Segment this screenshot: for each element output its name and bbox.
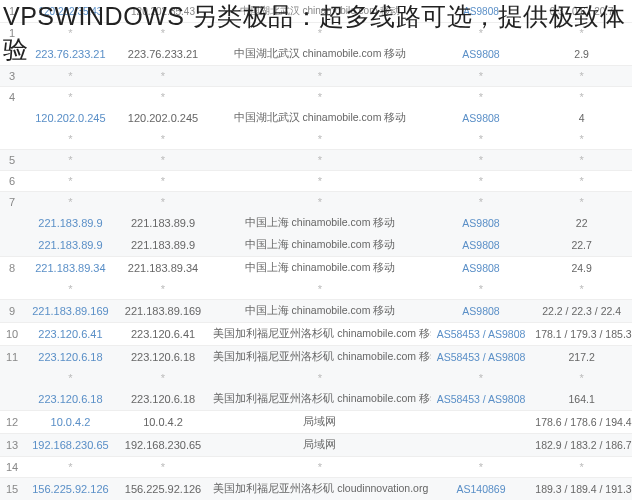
ip-secondary: 221.183.89.9 bbox=[117, 212, 210, 234]
ip-secondary: * bbox=[117, 150, 210, 171]
ip-primary[interactable]: 221.183.89.169 bbox=[24, 300, 117, 323]
location: 中国上海 chinamobile.com 移动 bbox=[209, 234, 430, 257]
ip-primary[interactable]: 221.183.89.9 bbox=[24, 212, 117, 234]
traceroute-table: 1120.202.35.43120.202.35.43中国湖北武汉 chinam… bbox=[0, 0, 632, 500]
ip-secondary: 120.202.0.245 bbox=[117, 107, 210, 129]
latency: 24.9 bbox=[531, 257, 632, 280]
table-row: 8221.183.89.34221.183.89.34中国上海 chinamob… bbox=[0, 257, 632, 280]
hop-index: 7 bbox=[0, 192, 24, 213]
hop-index: 6 bbox=[0, 171, 24, 192]
location: * bbox=[209, 129, 430, 150]
ip-secondary: 156.225.92.126 bbox=[117, 478, 210, 501]
table-row: 10223.120.6.41223.120.6.41美国加利福尼亚州洛杉矶 ch… bbox=[0, 323, 632, 346]
table-row: 120.202.0.245120.202.0.245中国湖北武汉 chinamo… bbox=[0, 107, 632, 129]
hop-index: 10 bbox=[0, 323, 24, 346]
hop-index: 11 bbox=[0, 346, 24, 369]
latency: 22.2 / 22.3 / 22.4 bbox=[531, 300, 632, 323]
ip-primary: * bbox=[24, 279, 117, 300]
ip-primary[interactable]: 221.183.89.9 bbox=[24, 234, 117, 257]
ip-primary[interactable]: 192.168.230.65 bbox=[24, 434, 117, 457]
asn[interactable]: AS9808 bbox=[431, 212, 532, 234]
location: 局域网 bbox=[209, 434, 430, 457]
ip-secondary: 223.120.6.18 bbox=[117, 388, 210, 411]
table-row: 13192.168.230.65192.168.230.65局域网182.9 /… bbox=[0, 434, 632, 457]
asn[interactable]: AS9808 bbox=[431, 234, 532, 257]
latency: * bbox=[531, 457, 632, 478]
table-row: 11223.120.6.18223.120.6.18美国加利福尼亚州洛杉矶 ch… bbox=[0, 346, 632, 369]
hop-index: 3 bbox=[0, 66, 24, 87]
ip-primary[interactable]: 223.120.6.41 bbox=[24, 323, 117, 346]
asn[interactable]: AS140869 bbox=[431, 478, 532, 501]
location: 中国上海 chinamobile.com 移动 bbox=[209, 212, 430, 234]
ip-secondary: 221.183.89.34 bbox=[117, 257, 210, 280]
location: 美国加利福尼亚州洛杉矶 chinamobile.com 移动 bbox=[209, 323, 430, 346]
table-row: 1210.0.4.210.0.4.2局域网178.6 / 178.6 / 194… bbox=[0, 411, 632, 434]
table-row: 15156.225.92.126156.225.92.126美国加利福尼亚州洛杉… bbox=[0, 478, 632, 501]
latency: * bbox=[531, 129, 632, 150]
ip-primary: * bbox=[24, 150, 117, 171]
table-row: ***** bbox=[0, 368, 632, 388]
ip-primary[interactable]: 156.225.92.126 bbox=[24, 478, 117, 501]
page-title: VPSWINDOWS 另类极品：超多线路可选，提供极致体验 bbox=[0, 0, 632, 65]
ip-secondary: * bbox=[117, 192, 210, 213]
ip-secondary: 221.183.89.169 bbox=[117, 300, 210, 323]
table-row: 5***** bbox=[0, 150, 632, 171]
asn[interactable]: AS9808 bbox=[431, 300, 532, 323]
ip-secondary: * bbox=[117, 171, 210, 192]
table-row: 9221.183.89.169221.183.89.169中国上海 chinam… bbox=[0, 300, 632, 323]
asn: * bbox=[431, 279, 532, 300]
ip-secondary: 223.120.6.18 bbox=[117, 346, 210, 369]
latency: * bbox=[531, 66, 632, 87]
latency: 217.2 bbox=[531, 346, 632, 369]
ip-secondary: 221.183.89.9 bbox=[117, 234, 210, 257]
asn: * bbox=[431, 457, 532, 478]
hop-index bbox=[0, 129, 24, 150]
location: 局域网 bbox=[209, 411, 430, 434]
latency: * bbox=[531, 87, 632, 108]
table-row: 7***** bbox=[0, 192, 632, 213]
hop-index: 5 bbox=[0, 150, 24, 171]
asn bbox=[431, 434, 532, 457]
asn[interactable]: AS58453 / AS9808 bbox=[431, 346, 532, 369]
asn[interactable]: AS58453 / AS9808 bbox=[431, 388, 532, 411]
latency: 189.3 / 189.4 / 191.3 bbox=[531, 478, 632, 501]
table-row: 221.183.89.9221.183.89.9中国上海 chinamobile… bbox=[0, 212, 632, 234]
latency: 178.6 / 178.6 / 194.4 bbox=[531, 411, 632, 434]
asn: * bbox=[431, 66, 532, 87]
ip-secondary: * bbox=[117, 87, 210, 108]
table-row: 221.183.89.9221.183.89.9中国上海 chinamobile… bbox=[0, 234, 632, 257]
hop-index bbox=[0, 368, 24, 388]
location: 中国湖北武汉 chinamobile.com 移动 bbox=[209, 107, 430, 129]
asn: * bbox=[431, 150, 532, 171]
location: * bbox=[209, 279, 430, 300]
hop-index: 4 bbox=[0, 87, 24, 108]
ip-primary[interactable]: 221.183.89.34 bbox=[24, 257, 117, 280]
ip-secondary: * bbox=[117, 457, 210, 478]
hop-index: 14 bbox=[0, 457, 24, 478]
location: * bbox=[209, 66, 430, 87]
ip-primary[interactable]: 223.120.6.18 bbox=[24, 346, 117, 369]
location: 美国加利福尼亚州洛杉矶 cloudinnovation.org bbox=[209, 478, 430, 501]
table-row: ***** bbox=[0, 129, 632, 150]
latency: * bbox=[531, 279, 632, 300]
ip-primary: * bbox=[24, 129, 117, 150]
latency: * bbox=[531, 192, 632, 213]
ip-primary[interactable]: 10.0.4.2 bbox=[24, 411, 117, 434]
ip-primary[interactable]: 120.202.0.245 bbox=[24, 107, 117, 129]
hop-index: 8 bbox=[0, 257, 24, 280]
asn[interactable]: AS9808 bbox=[431, 257, 532, 280]
ip-secondary: * bbox=[117, 279, 210, 300]
hop-index bbox=[0, 212, 24, 234]
asn: * bbox=[431, 87, 532, 108]
ip-primary: * bbox=[24, 368, 117, 388]
ip-secondary: * bbox=[117, 66, 210, 87]
asn: * bbox=[431, 171, 532, 192]
hop-index bbox=[0, 234, 24, 257]
location: * bbox=[209, 171, 430, 192]
location: 美国加利福尼亚州洛杉矶 chinamobile.com 移动 bbox=[209, 388, 430, 411]
ip-primary[interactable]: 223.120.6.18 bbox=[24, 388, 117, 411]
asn[interactable]: AS9808 bbox=[431, 107, 532, 129]
latency: 22.7 bbox=[531, 234, 632, 257]
location: * bbox=[209, 368, 430, 388]
asn[interactable]: AS58453 / AS9808 bbox=[431, 323, 532, 346]
